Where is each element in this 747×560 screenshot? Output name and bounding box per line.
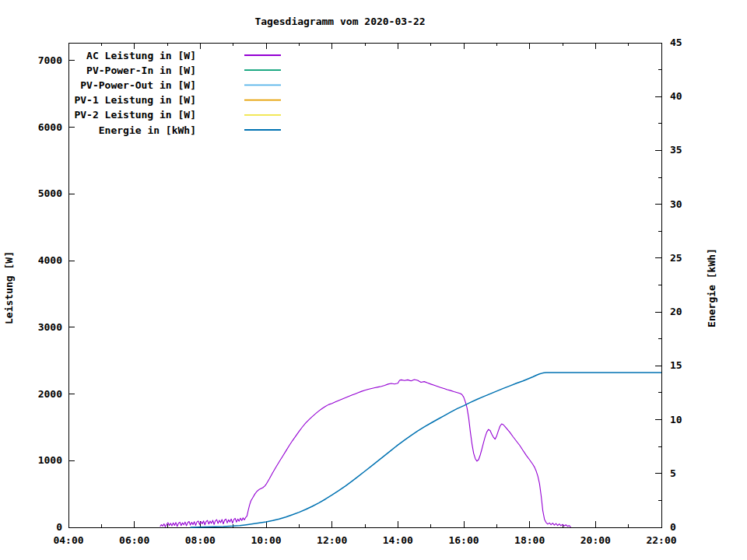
x-tick-label: 14:00 [383, 534, 413, 546]
y-right-tick-label: 45 [670, 37, 682, 48]
y-right-tick-label: 20 [670, 306, 682, 317]
tagesdiagramm-plot: Tagesdiagramm vom 2020-03-22 Leistung [W… [0, 0, 747, 560]
x-tick-label: 10:00 [251, 534, 281, 546]
y-right-tick-label: 5 [670, 467, 676, 479]
x-tick-label: 20:00 [580, 534, 611, 546]
y-left-tick-label: 7000 [38, 54, 62, 66]
data-series [160, 373, 661, 527]
legend-label: Energie in [kWh] [99, 124, 196, 136]
y-right-axis-label: Energie [kWh] [706, 248, 717, 327]
legend: AC Leistung in [W]PV-Power-In in [W]PV-P… [74, 50, 281, 136]
x-tick-label: 16:00 [448, 534, 479, 546]
y-right-tick-label: 30 [670, 198, 682, 210]
y-left-tick-label: 2000 [38, 388, 62, 400]
x-tick-label: 04:00 [53, 534, 83, 546]
y-left-tick-label: 5000 [38, 187, 62, 199]
y-left-tick-label: 1000 [38, 454, 62, 466]
y-right-tick-label: 15 [670, 359, 682, 371]
y-left-tick-label: 6000 [38, 121, 62, 133]
series-line-energie-in-kwh- [191, 373, 661, 527]
y-right-tick-label: 40 [670, 90, 682, 102]
legend-label: PV-Power-Out in [W] [80, 79, 196, 91]
chart-title: Tagesdiagramm vom 2020-03-22 [254, 16, 425, 27]
x-tick-label: 12:00 [317, 534, 347, 546]
legend-label: PV-1 Leistung in [W] [74, 94, 196, 106]
y-left-axis-label: Leistung [W] [3, 251, 15, 324]
series-line-ac-leistung-in-w- [160, 380, 571, 527]
x-tick-label: 22:00 [646, 534, 676, 546]
y-right-tick-label: 0 [670, 521, 676, 533]
y-left-tick-label: 3000 [38, 321, 62, 333]
x-tick-label: 06:00 [119, 534, 149, 546]
y-right-tick-label: 25 [670, 252, 682, 264]
legend-label: PV-Power-In in [W] [86, 65, 196, 76]
chart: Tagesdiagramm vom 2020-03-22 Leistung [W… [0, 0, 747, 560]
x-tick-label: 18:00 [514, 534, 545, 546]
x-tick-label: 08:00 [185, 534, 216, 546]
y-left-tick-label: 4000 [38, 254, 62, 266]
legend-label: AC Leistung in [W] [86, 50, 196, 61]
y-left-tick-label: 0 [56, 521, 62, 533]
y-right-tick-label: 10 [670, 414, 682, 425]
legend-label: PV-2 Leistung in [W] [74, 109, 196, 121]
y-right-tick-label: 35 [670, 144, 682, 156]
